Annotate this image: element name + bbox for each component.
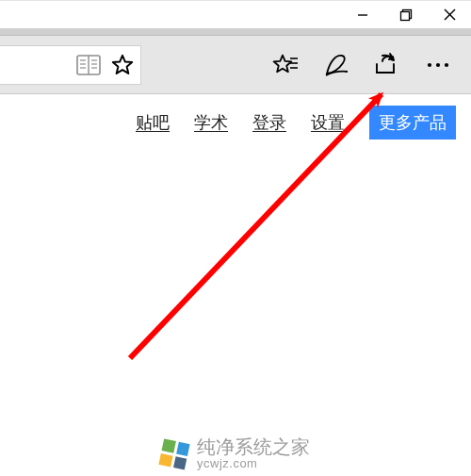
web-notes-icon bbox=[322, 51, 350, 79]
watermark-logo-icon bbox=[158, 438, 189, 469]
window-close-button[interactable] bbox=[428, 1, 471, 29]
web-notes-button[interactable] bbox=[311, 44, 362, 86]
nav-link-settings[interactable]: 设置 bbox=[311, 111, 345, 134]
nav-link-tieba[interactable]: 贴吧 bbox=[136, 111, 170, 134]
watermark-subtitle: ycwjz.com bbox=[197, 457, 257, 470]
add-favorites-button[interactable] bbox=[260, 44, 311, 86]
share-button[interactable] bbox=[362, 44, 413, 86]
maximize-icon bbox=[399, 8, 413, 22]
share-icon bbox=[374, 53, 400, 77]
nav-link-login[interactable]: 登录 bbox=[252, 111, 286, 134]
close-icon bbox=[444, 8, 456, 21]
more-button[interactable] bbox=[413, 44, 463, 86]
browser-toolbar bbox=[0, 36, 471, 94]
reading-list-icon bbox=[76, 55, 101, 75]
window-maximize-button[interactable] bbox=[384, 1, 428, 29]
svg-point-16 bbox=[428, 62, 431, 66]
svg-point-17 bbox=[436, 62, 440, 66]
window-minimize-button[interactable] bbox=[341, 1, 384, 29]
svg-rect-2 bbox=[401, 11, 410, 20]
add-favorite-star-icon bbox=[271, 53, 300, 77]
nav-more-products-button[interactable]: 更多产品 bbox=[369, 106, 456, 140]
window-controls bbox=[0, 0, 471, 28]
svg-point-18 bbox=[445, 62, 448, 66]
watermark: 纯净系统之家 ycwjz.com bbox=[0, 437, 471, 470]
watermark-title: 纯净系统之家 bbox=[197, 437, 310, 457]
favorite-star-icon[interactable] bbox=[110, 53, 135, 77]
minimize-icon bbox=[357, 9, 368, 21]
address-bar-fragment[interactable] bbox=[0, 45, 141, 85]
nav-link-xueshu[interactable]: 学术 bbox=[194, 111, 228, 134]
page-nav-row: 贴吧 学术 登录 设置 更多产品 bbox=[0, 94, 471, 151]
tab-strip bbox=[0, 28, 471, 36]
more-icon bbox=[426, 61, 450, 69]
